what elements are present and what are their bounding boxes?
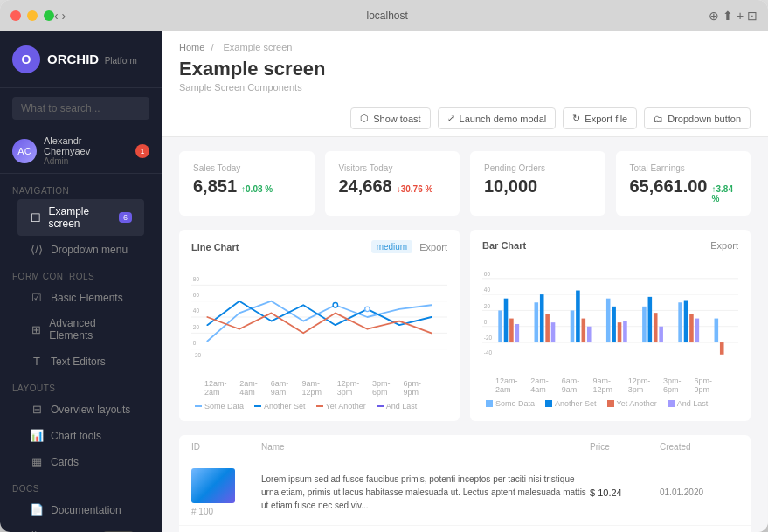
- sidebar-item-chart-tools[interactable]: 📊 Chart tools: [17, 423, 144, 448]
- stat-value: 10,000: [484, 176, 592, 197]
- stat-change: ↓30.76 %: [397, 184, 433, 194]
- section-label-navigation: Navigation: [12, 186, 149, 196]
- user-profile[interactable]: AC Alexandr Chernyaev Admin 1: [0, 128, 162, 174]
- x-label: 6am-9am: [562, 377, 593, 394]
- show-toast-button[interactable]: ⬡ Show toast: [350, 107, 430, 129]
- sidebar-item-label: Basic Elements: [51, 292, 123, 304]
- sidebar-item-label: Chart tools: [51, 430, 101, 442]
- grid-icon: ⊞: [30, 323, 42, 336]
- x-label: 12am-2am: [204, 379, 239, 397]
- svg-rect-41: [648, 297, 653, 342]
- expand-icon: ⤢: [447, 113, 455, 124]
- minimize-button[interactable]: [27, 10, 38, 21]
- stat-value: 6,851 ↑0.08 %: [193, 176, 301, 197]
- export-button[interactable]: Export: [419, 242, 447, 252]
- sidebar-item-text-editors[interactable]: T Text Editors: [17, 349, 144, 374]
- svg-rect-39: [623, 321, 627, 342]
- screen-icon: ☐: [30, 211, 41, 225]
- svg-text:80: 80: [193, 276, 200, 282]
- brand-logo: O: [12, 45, 40, 73]
- export-button[interactable]: Export: [710, 240, 738, 251]
- svg-text:-40: -40: [484, 349, 493, 356]
- page-title: Example screen: [179, 58, 751, 80]
- data-table: ID Name Price Created # 100 Lorem ipsum …: [179, 435, 751, 532]
- stats-row: Sales Today 6,851 ↑0.08 % Visitors Today…: [179, 151, 751, 216]
- svg-rect-46: [689, 314, 694, 342]
- toast-icon: ⬡: [360, 113, 369, 124]
- url-bar[interactable]: localhost: [66, 10, 709, 22]
- sidebar-item-dropdown-menu[interactable]: ⟨/⟩ Dropdown menu: [17, 237, 144, 262]
- main-content: Home / Example screen Example screen Sam…: [162, 31, 768, 532]
- svg-rect-35: [587, 327, 592, 342]
- x-label: 6am-9am: [271, 379, 302, 397]
- dataset-label: Yet Another: [316, 402, 366, 411]
- svg-rect-38: [618, 322, 622, 342]
- svg-rect-27: [515, 324, 520, 342]
- sidebar-item-documentation[interactable]: 📄 Documentation: [17, 497, 144, 522]
- svg-rect-43: [659, 327, 663, 342]
- svg-rect-28: [535, 302, 539, 342]
- app-window: ‹ › localhost ⊕ ⬆ + ⊡ O ORCHID Platform …: [0, 0, 768, 532]
- nav-back-button[interactable]: ‹ ›: [54, 9, 66, 23]
- docs-section: Docs 📄 Documentation ⟨⟩ Changelog 10.0.0: [0, 479, 162, 532]
- dataset-label: And Last: [668, 399, 709, 408]
- breadcrumb: Home / Example screen: [179, 42, 751, 52]
- maximize-button[interactable]: [44, 10, 54, 21]
- stat-change: ↑3.84 %: [711, 184, 737, 204]
- section-label-form-controls: Form controls: [12, 272, 149, 281]
- section-label-docs: Docs: [12, 484, 149, 494]
- section-label-layouts: Layouts: [12, 383, 149, 393]
- user-name: Alexandr Chernyaev: [44, 135, 128, 156]
- dataset-label: Some Data: [195, 402, 244, 411]
- dataset-label: Another Set: [254, 402, 306, 411]
- sidebar: O ORCHID Platform AC Alexandr Chernyaev …: [0, 31, 162, 532]
- svg-point-12: [365, 307, 370, 311]
- dataset-label: Some Data: [486, 399, 535, 408]
- sidebar-item-overview-layouts[interactable]: ⊟ Overview layouts: [17, 397, 144, 422]
- search-container: [0, 88, 162, 128]
- svg-rect-29: [540, 294, 544, 342]
- chart-badge: medium: [371, 240, 413, 253]
- sidebar-item-changelog[interactable]: ⟨⟩ Changelog 10.0.0: [17, 523, 144, 532]
- text-icon: T: [30, 355, 44, 368]
- search-input[interactable]: [12, 97, 149, 120]
- dropdown-button[interactable]: 🗂 Dropdown button: [644, 107, 751, 129]
- stat-label: Sales Today: [193, 163, 301, 173]
- svg-rect-34: [582, 319, 586, 342]
- sidebar-item-example-screen[interactable]: ☐ Example screen 6: [17, 199, 144, 236]
- x-label: 12pm-3pm: [628, 377, 663, 394]
- export-file-button[interactable]: ↻ Export file: [563, 107, 637, 129]
- stat-label: Visitors Today: [339, 163, 446, 173]
- svg-rect-40: [642, 307, 647, 342]
- main-body: Sales Today 6,851 ↑0.08 % Visitors Today…: [162, 137, 768, 532]
- x-label: 2am-4am: [239, 379, 271, 397]
- dropdown-icon: ⟨/⟩: [30, 243, 44, 256]
- breadcrumb-home[interactable]: Home: [179, 42, 204, 52]
- stat-label: Pending Orders: [484, 163, 592, 173]
- sidebar-item-cards[interactable]: ▦ Cards: [17, 449, 144, 474]
- x-label: 9am-12pm: [592, 377, 627, 394]
- titlebar: ‹ › localhost ⊕ ⬆ + ⊡: [0, 0, 768, 31]
- sidebar-item-advanced-elements[interactable]: ⊞ Advanced Elements: [17, 311, 144, 348]
- cards-icon: ▦: [30, 455, 44, 468]
- notification-badge[interactable]: 1: [135, 144, 149, 158]
- sidebar-item-label: Advanced Elements: [49, 317, 132, 342]
- svg-rect-47: [695, 319, 700, 342]
- x-label: 6pm-9pm: [403, 379, 434, 397]
- page-subtitle: Sample Screen Components: [179, 82, 751, 93]
- col-id: ID: [191, 442, 261, 452]
- row-id-col: # 100: [191, 468, 261, 516]
- stat-card-earnings: Total Earnings 65,661.00 ↑3.84 %: [616, 151, 751, 216]
- close-button[interactable]: [10, 10, 21, 21]
- svg-rect-33: [576, 291, 580, 343]
- svg-text:60: 60: [484, 271, 491, 277]
- svg-rect-44: [678, 302, 682, 342]
- chart-icon: 📊: [30, 429, 44, 442]
- svg-rect-49: [720, 342, 724, 355]
- launch-demo-button[interactable]: ⤢ Launch demo modal: [438, 107, 557, 129]
- brand-name: ORCHID: [47, 52, 99, 66]
- row-id: # 100: [191, 507, 213, 516]
- sidebar-item-basic-elements[interactable]: ☑ Basic Elements: [17, 285, 144, 310]
- nav-section: Navigation ☐ Example screen 6 ⟨/⟩ Dropdo…: [0, 181, 162, 266]
- window-controls: [10, 10, 54, 21]
